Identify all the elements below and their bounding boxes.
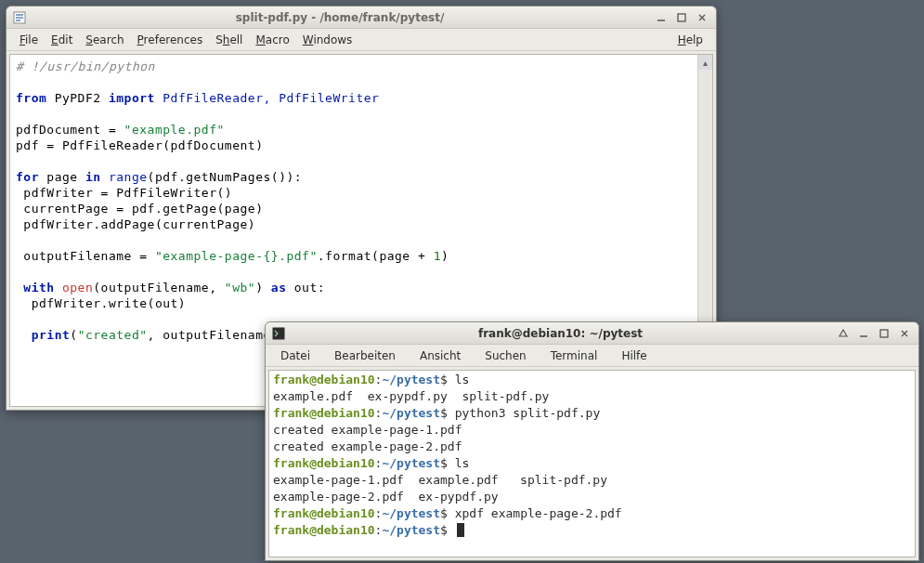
menu-preferences[interactable]: Preferences <box>132 32 209 48</box>
terminal-output[interactable]: frank@debian10:~/pytest$ ls example.pdf … <box>268 370 916 557</box>
term-menu-datei[interactable]: Datei <box>275 347 316 364</box>
terminal-menubar: Datei Bearbeiten Ansicht Suchen Terminal… <box>266 345 918 367</box>
close-button[interactable] <box>896 326 913 341</box>
menu-shell[interactable]: Shell <box>210 32 248 48</box>
editor-title: split-pdf.py - /home/frank/pytest/ <box>33 11 647 24</box>
editor-menubar: File Edit Search Preferences Shell Macro… <box>7 29 716 51</box>
maximize-button[interactable] <box>673 10 690 25</box>
term-menu-hilfe[interactable]: Hilfe <box>616 347 652 364</box>
terminal-titlebar[interactable]: frank@debian10: ~/pytest <box>266 322 918 345</box>
menu-file[interactable]: File <box>14 32 44 48</box>
menu-help[interactable]: Help <box>672 32 709 48</box>
term-menu-suchen[interactable]: Suchen <box>479 347 531 364</box>
terminal-icon <box>271 326 286 341</box>
terminal-title: frank@debian10: ~/pytest <box>292 327 829 340</box>
menu-edit[interactable]: Edit <box>46 32 78 48</box>
editor-titlebar[interactable]: split-pdf.py - /home/frank/pytest/ <box>7 7 716 29</box>
menu-macro[interactable]: Macro <box>250 32 294 48</box>
term-menu-bearbeiten[interactable]: Bearbeiten <box>329 347 401 364</box>
svg-rect-2 <box>273 327 285 339</box>
menu-windows[interactable]: Windows <box>297 32 358 48</box>
menu-search[interactable]: Search <box>80 32 129 48</box>
code-comment: # !/usr/bin/python <box>16 59 155 73</box>
cursor-icon <box>457 523 464 537</box>
minimize-button[interactable] <box>653 10 670 25</box>
svg-rect-3 <box>880 330 888 337</box>
maximize-button[interactable] <box>876 326 892 341</box>
term-button-extra[interactable] <box>835 326 852 341</box>
term-menu-terminal[interactable]: Terminal <box>545 347 604 364</box>
svg-rect-1 <box>678 14 685 21</box>
term-menu-ansicht[interactable]: Ansicht <box>414 347 466 364</box>
close-button[interactable] <box>694 10 710 25</box>
terminal-window: frank@debian10: ~/pytest Datei Bearbeite… <box>265 321 919 561</box>
scroll-up-icon[interactable]: ▴ <box>698 55 712 70</box>
minimize-button[interactable] <box>855 326 872 341</box>
app-icon <box>12 10 27 25</box>
